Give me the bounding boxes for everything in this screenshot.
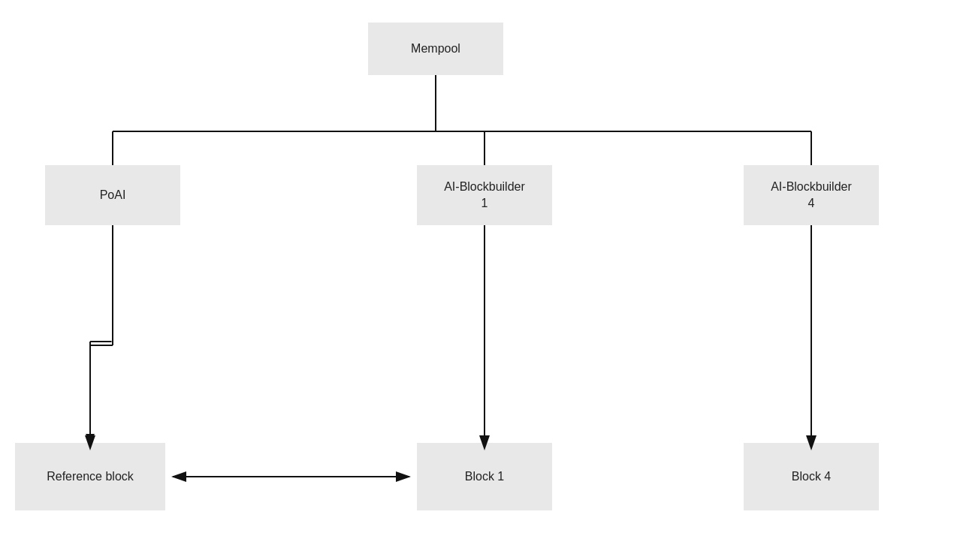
ai-blockbuilder-1-label: AI-Blockbuilder1 [444, 179, 525, 212]
block-4-node: Block 4 [744, 443, 879, 510]
block-1-label: Block 1 [465, 470, 504, 483]
mempool-label: Mempool [411, 42, 460, 56]
reference-block-node: Reference block [15, 443, 165, 510]
mempool-node: Mempool [368, 23, 503, 75]
ai-blockbuilder-4-node: AI-Blockbuilder4 [744, 165, 879, 225]
block-4-label: Block 4 [792, 470, 831, 483]
ai-blockbuilder-1-node: AI-Blockbuilder1 [417, 165, 552, 225]
reference-block-label: Reference block [47, 470, 134, 483]
block-1-node: Block 1 [417, 443, 552, 510]
poai-node: PoAI [45, 165, 180, 225]
poai-label: PoAI [100, 188, 126, 202]
ai-blockbuilder-4-label: AI-Blockbuilder4 [771, 179, 852, 212]
